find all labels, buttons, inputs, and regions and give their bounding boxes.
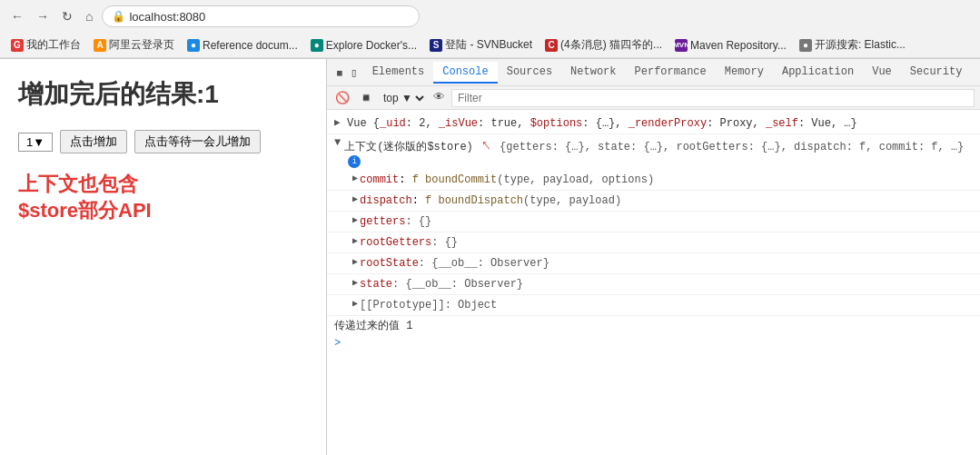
- forward-button[interactable]: →: [33, 7, 53, 25]
- tab-performance[interactable]: Performance: [626, 62, 716, 84]
- bookmark-icon-g: G: [11, 39, 24, 52]
- console-line-rootstate: ▶ rootState: {__ob__: Observer}: [327, 253, 980, 274]
- context-select[interactable]: top ▼: [380, 91, 427, 105]
- commit-caret[interactable]: ▶: [352, 172, 358, 185]
- devtools-panel: ◾ ▯ Elements Console Sources Network Per…: [326, 59, 980, 455]
- bookmark-icon-r: ●: [187, 39, 200, 52]
- refresh-button[interactable]: ↻: [58, 7, 76, 25]
- lock-icon: 🔒: [112, 10, 125, 23]
- bookmark-label: 我的工作台: [26, 37, 81, 53]
- console-line-vue: ▶ Vue {_uid: 2, _isVue: true, $options: …: [327, 114, 980, 134]
- console-prompt[interactable]: >: [327, 335, 980, 351]
- bookmark-icon-c: C: [545, 39, 558, 52]
- bookmark-maven[interactable]: MVN Maven Repository...: [671, 38, 790, 53]
- bookmark-aliyun[interactable]: A 阿里云登录页: [90, 36, 178, 54]
- console-line-passed-val: 传递过来的值 1: [327, 316, 980, 335]
- prompt-icon: >: [334, 337, 341, 350]
- store-value-text: {getters: {…}, state: {…}, rootGetters: …: [500, 141, 964, 153]
- state-text: state: {__ob__: Observer}: [360, 276, 523, 292]
- address-bar[interactable]: 🔒 localhost:8080: [102, 5, 420, 27]
- rootgetters-caret[interactable]: ▶: [352, 234, 358, 248]
- wait-add-button[interactable]: 点击等待一会儿增加: [134, 130, 261, 153]
- page-title: 增加完后的结果:1: [18, 77, 308, 112]
- store-line-content: 上下文(迷你版的$store) ↑ {getters: {…}, state: …: [344, 136, 973, 168]
- bookmark-icon-s: S: [430, 39, 442, 52]
- annotation-line1: 上下文也包含: [18, 172, 308, 198]
- tab-vue[interactable]: Vue: [863, 62, 901, 84]
- bookmark-icon-a: A: [94, 39, 106, 52]
- info-icon[interactable]: i: [348, 155, 361, 168]
- bookmark-icon-e: ●: [799, 39, 812, 52]
- annotation-line2: $store部分API: [18, 198, 308, 224]
- console-line-rootgetters: ▶ rootGetters: {}: [327, 232, 980, 253]
- bookmark-worktable[interactable]: G 我的工作台: [7, 36, 84, 54]
- bookmark-label: Reference docum...: [203, 39, 298, 52]
- red-arrow-icon: ↑: [477, 135, 496, 155]
- tab-network[interactable]: Network: [561, 62, 625, 84]
- bookmark-label: Maven Repository...: [690, 39, 787, 52]
- prototype-caret[interactable]: ▶: [352, 297, 358, 311]
- state-caret[interactable]: ▶: [352, 276, 358, 290]
- getters-caret[interactable]: ▶: [352, 213, 358, 227]
- commit-text: commit: f boundCommit(type, payload, opt…: [360, 172, 654, 188]
- tab-sources[interactable]: Sources: [498, 62, 561, 84]
- tab-memory[interactable]: Memory: [716, 62, 773, 84]
- counter-box: 1▼: [18, 133, 53, 152]
- devtools-console[interactable]: ▶ Vue {_uid: 2, _isVue: true, $options: …: [327, 110, 980, 455]
- bookmark-label: (4条消息) 猫四爷的...: [560, 37, 662, 53]
- getters-text: getters: {}: [360, 213, 431, 230]
- main-area: 增加完后的结果:1 1▼ 点击增加 点击等待一会儿增加 上下文也包含 $stor…: [0, 59, 980, 455]
- bookmark-label: Explore Docker's...: [326, 39, 417, 52]
- back-button[interactable]: ←: [7, 7, 27, 25]
- tab-application[interactable]: Application: [773, 62, 863, 84]
- bookmark-icon-m: MVN: [675, 39, 688, 52]
- store-label-text: 上下文(迷你版的$store): [344, 141, 473, 153]
- console-line-state: ▶ state: {__ob__: Observer}: [327, 274, 980, 295]
- rootstate-caret[interactable]: ▶: [352, 255, 358, 269]
- console-line-commit: ▶ commit: f boundCommit(type, payload, o…: [327, 170, 980, 191]
- bookmark-cat[interactable]: C (4条消息) 猫四爷的...: [541, 36, 666, 54]
- console-line-getters: ▶ getters: {}: [327, 212, 980, 232]
- console-line-prototype: ▶ [[Prototype]]: Object: [327, 295, 980, 316]
- eye-button[interactable]: 👁: [431, 90, 448, 105]
- prototype-text: [[Prototype]]: Object: [360, 297, 497, 313]
- bookmark-reference[interactable]: ● Reference docum...: [183, 38, 302, 53]
- url-text: localhost:8080: [129, 10, 205, 24]
- annotation-block: 上下文也包含 $store部分API: [18, 172, 308, 223]
- counter-row: 1▼ 点击增加 点击等待一会儿增加: [18, 130, 308, 153]
- rootstate-text: rootState: {__ob__: Observer}: [360, 255, 549, 272]
- add-button[interactable]: 点击增加: [60, 130, 127, 153]
- tab-security[interactable]: Security: [901, 62, 972, 84]
- bookmark-label: 登陆 - SVNBucket: [445, 37, 532, 53]
- console-line-store: ▼ 上下文(迷你版的$store) ↑ {getters: {…}, state…: [327, 134, 980, 170]
- bookmark-docker[interactable]: ● Explore Docker's...: [307, 38, 421, 53]
- passed-val-text: 传递过来的值 1: [334, 320, 412, 332]
- devtools-toolbar: 🚫 ◾ top ▼ 👁: [327, 86, 980, 110]
- expand-arrow[interactable]: ▶: [334, 115, 343, 131]
- vue-log-text: Vue {_uid: 2, _isVue: true, $options: {……: [347, 115, 857, 132]
- tab-console[interactable]: Console: [433, 62, 497, 84]
- bookmark-icon-d: ●: [311, 39, 323, 52]
- browser-chrome: ← → ↻ ⌂ 🔒 localhost:8080 G 我的工作台 A 阿里云登录…: [0, 0, 980, 59]
- device-icon[interactable]: ▯: [349, 64, 360, 82]
- tab-elements[interactable]: Elements: [363, 62, 434, 84]
- home-button[interactable]: ⌂: [82, 7, 96, 25]
- rootgetters-text: rootGetters: {}: [360, 234, 458, 251]
- console-line-dispatch: ▶ dispatch: f boundDispatch(type, payloa…: [327, 191, 980, 212]
- bookmark-label: 阿里云登录页: [109, 37, 174, 53]
- toggle-sidebar-button[interactable]: ◾: [356, 90, 376, 105]
- inspect-icon[interactable]: ◾: [334, 64, 345, 82]
- dispatch-caret[interactable]: ▶: [352, 193, 358, 206]
- filter-input[interactable]: [451, 89, 975, 107]
- clear-console-button[interactable]: 🚫: [332, 90, 352, 105]
- bookmark-svn[interactable]: S 登陆 - SVNBucket: [426, 36, 536, 54]
- store-expand-arrow[interactable]: ▼: [334, 136, 341, 149]
- bookmarks-bar: G 我的工作台 A 阿里云登录页 ● Reference docum... ● …: [0, 33, 980, 58]
- page-content: 增加完后的结果:1 1▼ 点击增加 点击等待一会儿增加 上下文也包含 $stor…: [0, 59, 326, 455]
- tab-lig[interactable]: Lig: [971, 62, 980, 84]
- bookmark-elastic[interactable]: ● 开源搜索: Elastic...: [796, 36, 909, 54]
- bookmark-label: 开源搜索: Elastic...: [815, 37, 906, 53]
- devtools-tabs: ◾ ▯ Elements Console Sources Network Per…: [327, 59, 980, 86]
- devtools-tab-icons: ◾ ▯: [331, 64, 363, 82]
- nav-bar: ← → ↻ ⌂ 🔒 localhost:8080: [0, 0, 980, 33]
